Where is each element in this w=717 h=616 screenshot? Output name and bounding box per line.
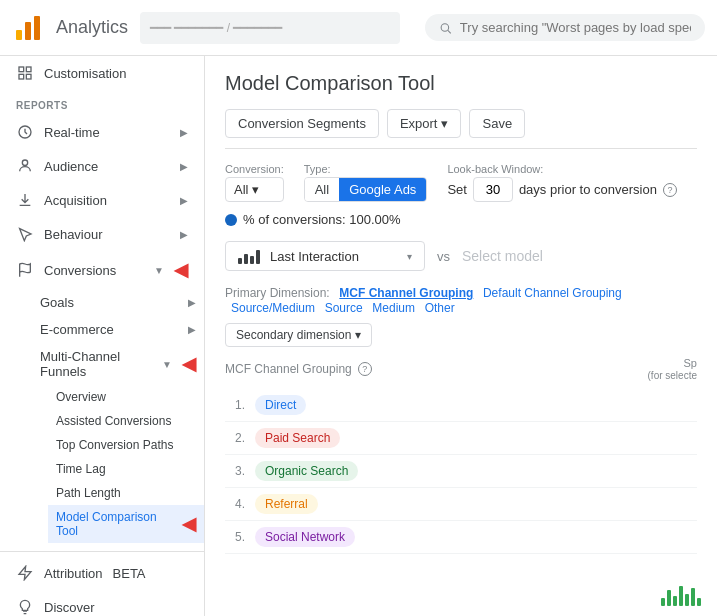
waveform-container	[661, 582, 701, 606]
conversion-percent-text: % of conversions: 100.00%	[243, 212, 401, 227]
days-text: days prior to conversion	[519, 182, 657, 197]
column-label: MCF Channel Grouping	[225, 362, 352, 376]
svg-line-4	[448, 30, 451, 33]
row-num-5: 5.	[225, 530, 245, 544]
expand-arrow: ▼	[162, 359, 172, 370]
sidebar-item-discover[interactable]: Discover	[0, 590, 204, 616]
svg-rect-2	[34, 16, 40, 40]
conversion-percent-row: % of conversions: 100.00%	[225, 212, 697, 227]
sidebar-sub-multi: Overview Assisted Conversions Top Conver…	[32, 385, 204, 543]
type-google-ads-button[interactable]: Google Ads	[339, 178, 426, 201]
search-input[interactable]	[460, 20, 691, 35]
svg-rect-5	[19, 67, 24, 72]
primary-dim-label: Primary Dimension:	[225, 286, 330, 300]
sidebar-item-path-length[interactable]: Path Length	[48, 481, 204, 505]
sidebar-item-goals[interactable]: Goals ▶	[32, 289, 204, 316]
sidebar-item-behaviour[interactable]: Behaviour ▶	[0, 217, 204, 251]
sidebar-item-attribution[interactable]: Attribution BETA	[0, 556, 204, 590]
dim-link-source[interactable]: Source	[325, 301, 363, 315]
sidebar-item-audience[interactable]: Audience ▶	[0, 149, 204, 183]
blue-dot-icon	[225, 214, 237, 226]
dim-link-default[interactable]: Default Channel Grouping	[483, 286, 622, 300]
conversion-select[interactable]: All ▾	[225, 177, 284, 202]
sidebar-item-ecommerce[interactable]: E-commerce ▶	[32, 316, 204, 343]
page-title: Model Comparison Tool	[225, 72, 697, 95]
bulb-icon	[16, 598, 34, 616]
expand-arrow: ▶	[180, 161, 188, 172]
analytics-logo-icon	[12, 12, 44, 44]
cursor-icon	[16, 225, 34, 243]
model-selected-label: Last Interaction	[270, 249, 359, 264]
svg-rect-0	[16, 30, 22, 40]
red-arrow-conversions: ◀	[174, 259, 188, 281]
channel-tag-direct[interactable]: Direct	[255, 395, 306, 415]
lightning-icon	[16, 564, 34, 582]
row-num-3: 3.	[225, 464, 245, 478]
type-control: Type: All Google Ads	[304, 163, 428, 202]
dropdown-arrow-icon: ▾	[441, 116, 448, 131]
sidebar-sub-conversions: Goals ▶ E-commerce ▶ Multi-Channel Funne…	[0, 289, 204, 543]
row-num-2: 2.	[225, 431, 245, 445]
save-button[interactable]: Save	[469, 109, 525, 138]
lookback-days-input[interactable]	[473, 177, 513, 202]
expand-arrow: ▶	[188, 324, 196, 335]
table-row: 1. Direct	[225, 389, 697, 422]
expand-arrow: ▶	[180, 127, 188, 138]
sidebar-item-top-conv-paths[interactable]: Top Conversion Paths	[48, 433, 204, 457]
export-button[interactable]: Export ▾	[387, 109, 462, 138]
sidebar-item-assisted-conv[interactable]: Assisted Conversions	[48, 409, 204, 433]
account-selector[interactable]: ━━━ ━━━━━━━ / ━━━━━━━	[140, 12, 400, 44]
dim-link-other[interactable]: Other	[425, 301, 455, 315]
conversion-segments-button[interactable]: Conversion Segments	[225, 109, 379, 138]
sidebar-item-model-comparison[interactable]: Model Comparison Tool ◀	[48, 505, 204, 543]
lookback-control: Look-back Window: Set days prior to conv…	[447, 163, 677, 202]
content-area: Model Comparison Tool Conversion Segment…	[205, 56, 717, 616]
svg-point-3	[441, 23, 448, 30]
sidebar-item-customisation[interactable]: Customisation	[0, 56, 204, 90]
dim-link-medium[interactable]: Medium	[372, 301, 415, 315]
table-row: 3. Organic Search	[225, 455, 697, 488]
sidebar-item-multi-channel[interactable]: Multi-Channel Funnels ▼ ◀	[32, 343, 204, 385]
expand-arrow: ▶	[180, 195, 188, 206]
channel-tag-paid-search[interactable]: Paid Search	[255, 428, 340, 448]
chevron-down-icon: ▾	[252, 182, 259, 197]
svg-point-10	[22, 160, 27, 165]
dim-link-source-medium[interactable]: Source/Medium	[231, 301, 315, 315]
svg-rect-6	[26, 67, 31, 72]
expand-arrow: ▶	[180, 229, 188, 240]
sidebar-item-time-lag[interactable]: Time Lag	[48, 457, 204, 481]
waveform-icon	[661, 582, 701, 606]
channel-tag-organic-search[interactable]: Organic Search	[255, 461, 358, 481]
channel-tag-referral[interactable]: Referral	[255, 494, 318, 514]
table-row: 4. Referral	[225, 488, 697, 521]
secondary-dimension-button[interactable]: Secondary dimension ▾	[225, 323, 372, 347]
type-label: Type:	[304, 163, 428, 175]
help-icon[interactable]: ?	[663, 183, 677, 197]
table-row: 2. Paid Search	[225, 422, 697, 455]
top-bar: Analytics ━━━ ━━━━━━━ / ━━━━━━━	[0, 0, 717, 56]
controls-row: Conversion: All ▾ Type: All Google Ads L…	[225, 163, 697, 202]
sidebar-item-acquisition[interactable]: Acquisition ▶	[0, 183, 204, 217]
search-bar[interactable]	[425, 14, 705, 41]
table-help-icon[interactable]: ?	[358, 362, 372, 376]
expand-arrow: ▶	[188, 297, 196, 308]
red-arrow-multi: ◀	[182, 353, 196, 375]
sidebar-item-realtime[interactable]: Real-time ▶	[0, 115, 204, 149]
expand-arrow: ▼	[154, 265, 164, 276]
sidebar-item-conversions[interactable]: Conversions ▼ ◀	[0, 251, 204, 289]
table-section: MCF Channel Grouping ? Sp(for selecte 1.…	[225, 357, 697, 554]
type-all-button[interactable]: All	[305, 178, 339, 201]
model-row: Last Interaction ▾ vs Select model	[225, 241, 697, 271]
model-selector[interactable]: Last Interaction ▾	[225, 241, 425, 271]
dim-link-mcf[interactable]: MCF Channel Grouping	[339, 286, 473, 300]
row-num-4: 4.	[225, 497, 245, 511]
sidebar-item-overview[interactable]: Overview	[48, 385, 204, 409]
select-model-placeholder[interactable]: Select model	[462, 248, 543, 264]
vs-label: vs	[437, 249, 450, 264]
red-arrow-model: ◀	[182, 513, 196, 535]
model-bar-icon	[238, 248, 262, 264]
toolbar: Conversion Segments Export ▾ Save	[225, 109, 697, 149]
channel-tag-social-network[interactable]: Social Network	[255, 527, 355, 547]
model-dropdown-arrow-icon: ▾	[407, 251, 412, 262]
lookback-label: Look-back Window:	[447, 163, 677, 175]
